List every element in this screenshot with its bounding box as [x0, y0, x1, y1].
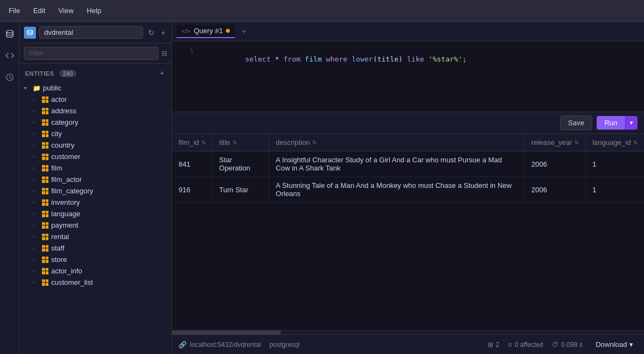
time-section: ⏱ 0.098 s	[552, 341, 582, 349]
run-dropdown-button[interactable]: ▾	[625, 116, 637, 130]
results-area[interactable]: film_id⇅title⇅description⇅release_year⇅l…	[172, 134, 644, 330]
menu-view[interactable]: View	[56, 5, 76, 16]
entity-name-customer: customer	[51, 152, 80, 161]
query-time: 0.098 s	[561, 341, 582, 349]
refresh-button[interactable]: ↻	[146, 27, 156, 39]
save-button[interactable]: Save	[560, 115, 593, 130]
add-tab-button[interactable]: +	[237, 25, 250, 38]
connection-status: 🔗 localhost:5432/dvdrental	[179, 341, 261, 349]
entity-chevron-category: ›	[33, 119, 39, 125]
db-selector: dvdrental ↻ +	[20, 22, 171, 44]
download-button[interactable]: Download ▾	[591, 338, 637, 351]
col-header-title[interactable]: title⇅	[212, 134, 269, 151]
cell-film_id-0: 841	[172, 151, 212, 177]
history-icon[interactable]	[2, 70, 17, 85]
main-layout: dvdrental ↻ + ⊟ ENTITIES 240 + ▾ 📁 publi…	[0, 22, 644, 354]
affected-text: 0 affected	[514, 341, 543, 349]
menu-help[interactable]: Help	[84, 5, 103, 16]
code-editor[interactable]: 1 select * from film where lower(title) …	[172, 41, 644, 112]
table-icon-film	[41, 164, 49, 172]
query-tab-1[interactable]: </> Query #1	[176, 25, 235, 38]
menu-file[interactable]: File	[7, 5, 22, 16]
entity-chevron-payment: ›	[33, 222, 39, 228]
affected-icon: ≡	[508, 341, 512, 349]
schema-chevron: ▾	[24, 85, 30, 91]
col-header-release_year[interactable]: release_year⇅	[524, 134, 585, 151]
table-row[interactable]: 841Star OperationA Insightful Character …	[172, 151, 644, 177]
entity-item-address[interactable]: › address	[20, 105, 171, 117]
schema-public[interactable]: ▾ 📁 public	[20, 82, 171, 94]
run-button-group: Run ▾	[597, 116, 637, 130]
schema-group-public: ▾ 📁 public › actor › address ›	[20, 82, 171, 288]
entity-item-country[interactable]: › country	[20, 139, 171, 151]
entity-chevron-actor_info: ›	[33, 268, 39, 274]
entity-item-language[interactable]: › language	[20, 208, 171, 219]
icon-sidebar	[0, 22, 20, 354]
table-icon-customer	[41, 153, 49, 161]
code-content: select * from film where lower(title) li…	[203, 47, 467, 71]
entity-item-rental[interactable]: › rental	[20, 231, 171, 242]
col-label-title: title	[219, 138, 230, 147]
tab-modified-indicator	[226, 29, 230, 33]
table-icon-actor	[41, 96, 49, 103]
col-header-film_id[interactable]: film_id⇅	[172, 134, 212, 151]
cell-release_year-1: 2006	[524, 177, 585, 203]
database-selector[interactable]: dvdrental	[39, 26, 143, 39]
tab-label: Query #1	[194, 27, 223, 35]
sort-icon-title: ⇅	[232, 139, 237, 145]
entity-item-film_category[interactable]: › film_category	[20, 185, 171, 197]
right-panel: </> Query #1 + 1 select * from film wher…	[172, 22, 644, 354]
sort-icon-language_id: ⇅	[633, 139, 637, 145]
table-row[interactable]: 916Turn StarA Stunning Tale of a Man And…	[172, 177, 644, 203]
entity-item-customer_list[interactable]: › customer_list	[20, 277, 171, 288]
semicolon: ;	[463, 55, 467, 63]
database-icon[interactable]	[2, 26, 17, 41]
entity-item-film_actor[interactable]: › film_actor	[20, 174, 171, 185]
table-icon-staff	[41, 245, 49, 252]
cell-title-1: Turn Star	[212, 177, 269, 203]
entity-item-category[interactable]: › category	[20, 117, 171, 128]
cell-language_id-0: 1	[586, 151, 644, 177]
line-number-1: 1	[181, 47, 194, 55]
col-header-description[interactable]: description⇅	[269, 134, 524, 151]
keyword-star: *	[271, 55, 283, 63]
entity-item-actor[interactable]: › actor	[20, 94, 171, 105]
entity-item-inventory[interactable]: › inventory	[20, 197, 171, 208]
entity-item-staff[interactable]: › staff	[20, 242, 171, 254]
table-body: 841Star OperationA Insightful Character …	[172, 151, 644, 203]
entity-name-rental: rental	[51, 233, 69, 241]
entity-item-payment[interactable]: › payment	[20, 219, 171, 231]
col-label-release_year: release_year	[531, 138, 572, 147]
menu-edit[interactable]: Edit	[31, 5, 47, 16]
entity-item-actor_info[interactable]: › actor_info	[20, 265, 171, 277]
horizontal-scrollbar[interactable]	[172, 330, 644, 334]
download-chevron-icon: ▾	[629, 340, 633, 349]
col-header-language_id[interactable]: language_id⇅	[586, 134, 644, 151]
entity-chevron-store: ›	[33, 257, 39, 263]
cell-release_year-0: 2006	[524, 151, 585, 177]
header-row: film_id⇅title⇅description⇅release_year⇅l…	[172, 134, 644, 151]
filter-input[interactable]	[24, 47, 158, 60]
run-button[interactable]: Run	[597, 116, 625, 130]
entity-name-language: language	[51, 210, 81, 218]
cell-film_id-1: 916	[172, 177, 212, 203]
link-icon: 🔗	[179, 341, 187, 349]
entity-item-film[interactable]: › film	[20, 162, 171, 174]
entity-item-customer[interactable]: › customer	[20, 151, 171, 162]
code-icon[interactable]	[2, 48, 17, 63]
entity-name-staff: staff	[51, 244, 64, 252]
keyword-from: from	[284, 55, 300, 63]
add-entity-button[interactable]: +	[158, 67, 166, 79]
entity-item-store[interactable]: › store	[20, 254, 171, 265]
add-connection-button[interactable]: +	[160, 27, 167, 39]
table-header: film_id⇅title⇅description⇅release_year⇅l…	[172, 134, 644, 151]
keyword-where: where	[326, 55, 347, 63]
code-line-1: 1 select * from film where lower(title) …	[172, 47, 644, 71]
entities-header: ENTITIES 240 +	[20, 64, 171, 82]
cell-description-0: A Insightful Character Study of a Girl A…	[269, 151, 524, 177]
table-icon-country	[41, 142, 49, 149]
fn-lower: lower	[347, 55, 373, 63]
entity-item-city[interactable]: › city	[20, 128, 171, 139]
svg-point-2	[27, 30, 33, 32]
entity-name-actor: actor	[51, 95, 67, 103]
